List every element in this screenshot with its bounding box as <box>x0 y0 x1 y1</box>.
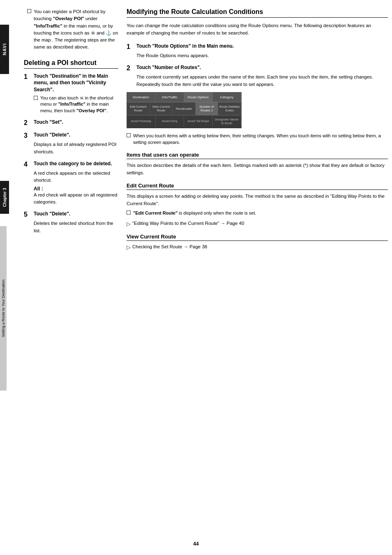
menu-bot-bar: Avoid Freeway Avoid Ferry Avoid Toll Roa… <box>127 116 241 127</box>
step-3-desc: Displays a list of already registered PO… <box>34 141 118 155</box>
step-2-num: 2 <box>24 119 30 127</box>
menu-top-route-options: Route Options <box>184 92 213 102</box>
step-4-num: 4 <box>24 160 30 168</box>
edit-note-checkbox <box>127 210 131 215</box>
navi-label: NAVI <box>0 25 9 74</box>
right-step-1: 1 Touch "Route Options" in the Main menu… <box>127 43 388 59</box>
right-step-1-desc: The Route Options menu appears. <box>136 52 388 59</box>
right-step-2-header: 2 Touch "Number of Routes". <box>127 64 388 72</box>
arrow-icon-1: ▷ <box>127 220 131 228</box>
sidebar: NAVI Chapter 3 Setting a Route to Your D… <box>0 0 20 555</box>
menu-bot-designate: Designate Values to Avoid <box>213 116 242 127</box>
edit-current-route-title: Edit Current Route <box>127 183 388 190</box>
right-column: Modifying the Route Calculation Conditio… <box>127 8 388 547</box>
menu-mid-view: View Current Route <box>150 102 173 115</box>
right-section-title: Modifying the Route Calculation Conditio… <box>127 8 388 18</box>
view-arrow-note: ▷ Checking the Set Route → Page 38 <box>127 243 388 252</box>
left-column: You can register a POI shortcut by touch… <box>24 8 118 547</box>
main-content: You can register a POI shortcut by touch… <box>20 0 392 555</box>
menu-image-row: Destination Info/Traffic Route Options C… <box>127 92 241 128</box>
view-current-route-title: View Current Route <box>127 234 388 241</box>
items-intro: This section describes the details of th… <box>127 162 388 177</box>
step-5-num: 5 <box>24 210 30 218</box>
right-intro: You can change the route calculation con… <box>127 22 388 37</box>
step-5-desc: Deletes the selected shortcut from the l… <box>34 220 118 234</box>
step-1-checkbox <box>34 96 38 100</box>
view-arrow-text: Checking the Set Route → Page 38 <box>132 243 207 252</box>
menu-mid-edit: Edit Current Route <box>127 102 150 115</box>
menu-bot-toll: Avoid Toll Road <box>184 116 213 127</box>
menu-image: Destination Info/Traffic Route Options C… <box>127 92 242 128</box>
step-4-header: 4 Touch the category to be deleted. <box>24 160 118 168</box>
step-5: 5 Touch "Delete". Deletes the selected s… <box>24 210 118 234</box>
setting-label: Setting a Route to Your Destination <box>0 226 7 391</box>
left-section-title: Deleting a POI shortcut <box>24 59 118 69</box>
intro-note-row: You can register a POI shortcut by touch… <box>27 8 118 51</box>
step-3-header: 3 Touch "Delete". <box>24 132 118 139</box>
when-note-checkbox <box>127 133 131 137</box>
menu-top-info: Info/Traffic <box>156 92 184 102</box>
step-2-text: Touch "Set". <box>34 119 63 127</box>
step-1-num: 1 <box>24 73 30 93</box>
menu-bot-ferry: Avoid Ferry <box>156 116 184 127</box>
intro-note-block: You can register a POI shortcut by touch… <box>27 8 118 51</box>
edit-arrow-text: "Editing Way Points to the Current Route… <box>132 220 244 228</box>
arrow-icon-2: ▷ <box>127 243 131 252</box>
step-1-header: 1 Touch "Destination" in the Main menu, … <box>24 73 118 93</box>
step-4-all-desc: A red check will appear on all registere… <box>34 192 118 206</box>
chapter-label: Chapter 3 <box>0 181 9 214</box>
intro-note-text: You can register a POI shortcut by touch… <box>34 8 118 51</box>
right-step-1-num: 1 <box>127 43 133 51</box>
right-step-1-header: 1 Touch "Route Options" in the Main menu… <box>127 43 388 51</box>
when-note-text: When you touch items with a setting belo… <box>133 132 388 146</box>
step-5-header: 5 Touch "Delete". <box>24 210 118 218</box>
edit-note: "Edit Current Route" is displayed only w… <box>127 210 388 217</box>
edit-current-route-desc: This displays a screen for adding or del… <box>127 192 388 208</box>
menu-top-category: Category <box>213 92 242 102</box>
items-section-title: Items that users can operate <box>127 152 388 159</box>
edit-note-text: "Edit Current Route" is displayed only w… <box>133 210 256 217</box>
menu-top-destination: Destination <box>127 92 156 102</box>
step-1-text: Touch "Destination" in the Main menu, an… <box>34 73 118 93</box>
step-1-subnote-text: You can also touch ☠ in the shortcut men… <box>40 95 118 114</box>
step-1: 1 Touch "Destination" in the Main menu, … <box>24 73 118 114</box>
when-note: When you touch items with a setting belo… <box>127 132 388 146</box>
menu-top-bar: Destination Info/Traffic Route Options C… <box>127 92 241 102</box>
step-4-all-label: All : <box>34 186 118 192</box>
step-4: 4 Touch the category to be deleted. A re… <box>24 160 118 206</box>
step-5-text: Touch "Delete". <box>34 210 70 218</box>
menu-mid-bar: Edit Current Route View Current Route Re… <box>127 102 241 116</box>
step-1-subnote: You can also touch ☠ in the shortcut men… <box>34 95 118 114</box>
page: NAVI Chapter 3 Setting a Route to Your D… <box>0 0 392 555</box>
menu-bot-freeway: Avoid Freeway <box>127 116 156 127</box>
edit-arrow-note: ▷ "Editing Way Points to the Current Rou… <box>127 220 388 228</box>
step-2-header: 2 Touch "Set". <box>24 119 118 127</box>
menu-mid-route-deletion: Route Deletion Exists <box>218 102 241 115</box>
right-step-2-num: 2 <box>127 64 133 72</box>
right-step-2-text: Touch "Number of Routes". <box>136 64 201 72</box>
menu-image-wrapper: Destination Info/Traffic Route Options C… <box>127 92 388 128</box>
step-2: 2 Touch "Set". <box>24 119 118 127</box>
checkbox-icon <box>27 9 31 13</box>
menu-mid-recalc: Recalculate <box>173 102 196 115</box>
step-3-num: 3 <box>24 132 30 139</box>
step-3: 3 Touch "Delete". Displays a list of alr… <box>24 132 118 155</box>
step-4-text: Touch the category to be deleted. <box>34 160 112 168</box>
page-number: 44 <box>193 541 198 547</box>
right-step-2-desc: The content currently set appears under … <box>136 74 388 88</box>
step-4-desc: A red check appears on the selected shor… <box>34 170 118 184</box>
right-step-2: 2 Touch "Number of Routes". The content … <box>127 64 388 146</box>
menu-mid-number: Number of Routes 1 <box>196 102 219 115</box>
right-step-1-text: Touch "Route Options" in the Main menu. <box>136 43 234 51</box>
step-3-text: Touch "Delete". <box>34 132 70 139</box>
